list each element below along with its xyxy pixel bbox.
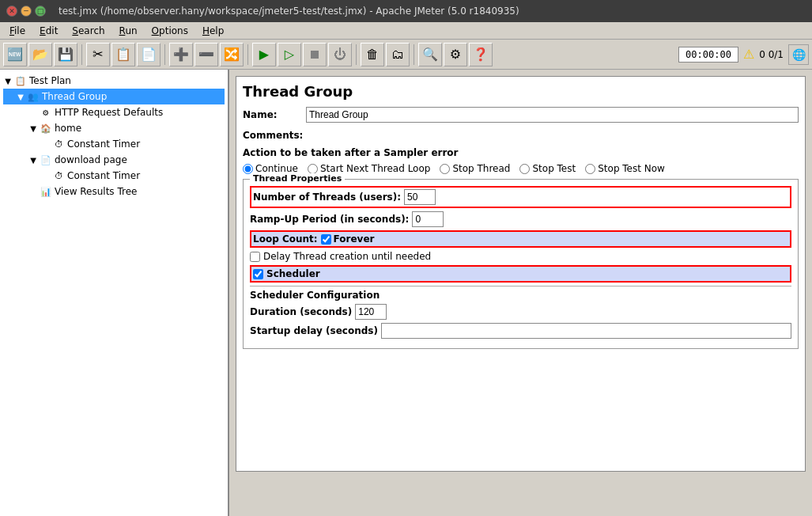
menu-bar: File Edit Search Run Options Help bbox=[0, 22, 812, 40]
expand-arrow-view-results bbox=[28, 188, 38, 196]
duration-input[interactable] bbox=[355, 304, 387, 320]
radio-continue-input[interactable] bbox=[243, 164, 253, 174]
tree-item-download-page[interactable]: ▼ 📄 download page bbox=[3, 152, 225, 168]
tree-item-constant-timer-1[interactable]: ⏱ Constant Timer bbox=[3, 136, 225, 152]
num-threads-row: Number of Threads (users): bbox=[250, 186, 791, 208]
menu-search[interactable]: Search bbox=[66, 24, 111, 38]
window-controls[interactable]: ✕ ─ □ bbox=[6, 6, 46, 17]
minimize-button[interactable]: ─ bbox=[21, 6, 32, 17]
toolbar-sep-1 bbox=[81, 44, 82, 65]
toolbar-sep-5 bbox=[414, 44, 414, 65]
name-row: Name: bbox=[243, 106, 799, 123]
radio-stop-thread-label: Stop Thread bbox=[452, 163, 510, 174]
num-threads-label: Number of Threads (users): bbox=[253, 192, 401, 203]
delay-row: Delay Thread creation until needed bbox=[250, 251, 791, 262]
tree-item-home[interactable]: ▼ 🏠 home bbox=[3, 120, 225, 136]
name-input[interactable] bbox=[306, 107, 799, 123]
new-button[interactable]: 🆕 bbox=[3, 43, 27, 66]
scheduler-checkbox[interactable] bbox=[253, 269, 263, 279]
radio-stop-test-label: Stop Test bbox=[532, 163, 576, 174]
clear-button[interactable]: 🗑 bbox=[361, 43, 384, 66]
close-button[interactable]: ✕ bbox=[6, 6, 17, 17]
paste-button[interactable]: 📄 bbox=[137, 43, 161, 66]
stop-button[interactable]: ⏹ bbox=[303, 43, 327, 66]
tree-item-view-results-tree[interactable]: 📊 View Results Tree bbox=[3, 184, 225, 199]
radio-stop-test-now[interactable]: Stop Test Now bbox=[585, 163, 665, 174]
toolbar-right: 00:00:00 ⚠ 0 0/1 🌐 bbox=[678, 44, 809, 65]
panel-title: Thread Group bbox=[243, 83, 799, 100]
remote-button[interactable]: 🌐 bbox=[788, 44, 809, 65]
action-label: Action to be taken after a Sampler error bbox=[243, 147, 799, 158]
startup-delay-input[interactable] bbox=[381, 323, 791, 339]
startup-delay-row: Startup delay (seconds) bbox=[250, 323, 791, 339]
tree-label-test-plan: Test Plan bbox=[29, 75, 71, 86]
maximize-button[interactable]: □ bbox=[35, 6, 46, 17]
radio-stop-test-input[interactable] bbox=[519, 164, 530, 174]
expand-arrow-constant-timer-1 bbox=[41, 140, 51, 149]
shutdown-button[interactable]: ⏻ bbox=[328, 43, 352, 66]
toggle-button[interactable]: 🔀 bbox=[220, 43, 244, 66]
home-icon: 🏠 bbox=[40, 122, 52, 135]
thread-props-legend: Thread Properties bbox=[250, 173, 345, 184]
radio-continue[interactable]: Continue bbox=[243, 163, 298, 174]
tree-label-thread-group: Thread Group bbox=[42, 91, 107, 102]
help-button[interactable]: ❓ bbox=[469, 43, 493, 66]
timer-display: 00:00:00 bbox=[678, 47, 738, 63]
ramp-up-label: Ramp-Up Period (in seconds): bbox=[250, 214, 409, 225]
tree-label-home: home bbox=[55, 123, 81, 134]
radio-continue-label: Continue bbox=[255, 163, 298, 174]
toolbar-sep-4 bbox=[356, 44, 357, 65]
menu-run[interactable]: Run bbox=[113, 24, 144, 38]
duration-label: Duration (seconds) bbox=[250, 306, 352, 317]
radio-stop-thread[interactable]: Stop Thread bbox=[440, 163, 510, 174]
copy-button[interactable]: 📋 bbox=[111, 43, 135, 66]
scheduler-row: Scheduler bbox=[250, 265, 791, 283]
duration-row: Duration (seconds) bbox=[250, 304, 791, 320]
constant-timer-1-icon: ⏱ bbox=[52, 138, 65, 150]
menu-help[interactable]: Help bbox=[196, 24, 230, 38]
delay-checkbox[interactable] bbox=[250, 252, 260, 262]
scheduler-config-section: Scheduler Configuration Duration (second… bbox=[250, 286, 791, 339]
radio-stop-thread-input[interactable] bbox=[440, 164, 450, 174]
radio-stop-test-now-input[interactable] bbox=[585, 164, 595, 174]
expand-arrow-http-defaults bbox=[28, 108, 38, 117]
tree-item-thread-group[interactable]: ▼ 👥 Thread Group bbox=[3, 89, 225, 104]
right-panel: Thread Group Name: Comments: Action to b… bbox=[229, 70, 812, 516]
expand-arrow-download-page: ▼ bbox=[28, 156, 38, 165]
expand-arrow-thread-group: ▼ bbox=[16, 93, 25, 101]
radio-stop-test[interactable]: Stop Test bbox=[519, 163, 576, 174]
tree-item-http-defaults[interactable]: ⚙ HTTP Request Defaults bbox=[3, 104, 225, 120]
tree-label-http-defaults: HTTP Request Defaults bbox=[55, 107, 163, 118]
save-button[interactable]: 💾 bbox=[54, 43, 77, 66]
delay-label: Delay Thread creation until needed bbox=[263, 251, 431, 262]
radio-next-loop[interactable]: Start Next Thread Loop bbox=[308, 163, 430, 174]
thread-group-icon: 👥 bbox=[27, 90, 40, 103]
radio-next-loop-label: Start Next Thread Loop bbox=[320, 163, 430, 174]
radio-next-loop-input[interactable] bbox=[308, 164, 318, 174]
name-label: Name: bbox=[243, 109, 306, 120]
expand-arrow-constant-timer-2 bbox=[41, 172, 51, 180]
tree-item-constant-timer-2[interactable]: ⏱ Constant Timer bbox=[3, 168, 225, 184]
function-button[interactable]: ⚙ bbox=[444, 43, 467, 66]
num-threads-input[interactable] bbox=[404, 189, 436, 205]
content-panel: Thread Group Name: Comments: Action to b… bbox=[236, 76, 806, 472]
cut-button[interactable]: ✂ bbox=[86, 43, 110, 66]
expand-button[interactable]: ➕ bbox=[169, 43, 193, 66]
menu-edit[interactable]: Edit bbox=[33, 24, 64, 38]
clear-all-button[interactable]: 🗂 bbox=[386, 43, 410, 66]
search-tree-button[interactable]: 🔍 bbox=[418, 43, 442, 66]
open-button[interactable]: 📂 bbox=[28, 43, 52, 66]
collapse-button[interactable]: ➖ bbox=[195, 43, 218, 66]
forever-label: Forever bbox=[334, 233, 375, 245]
thread-props-section: Thread Properties Number of Threads (use… bbox=[243, 179, 799, 349]
ramp-up-input[interactable] bbox=[412, 211, 444, 227]
tree-item-test-plan[interactable]: ▼ 📋 Test Plan bbox=[3, 73, 225, 89]
menu-options[interactable]: Options bbox=[145, 24, 195, 38]
start-no-pause[interactable]: ▷ bbox=[278, 43, 301, 66]
window-title: test.jmx (/home/observer.hany/workspace/… bbox=[59, 6, 519, 17]
start-button[interactable]: ▶ bbox=[252, 43, 276, 66]
http-defaults-icon: ⚙ bbox=[40, 106, 52, 119]
menu-file[interactable]: File bbox=[3, 24, 32, 38]
comments-row: Comments: bbox=[243, 127, 799, 144]
forever-checkbox[interactable] bbox=[321, 234, 331, 245]
